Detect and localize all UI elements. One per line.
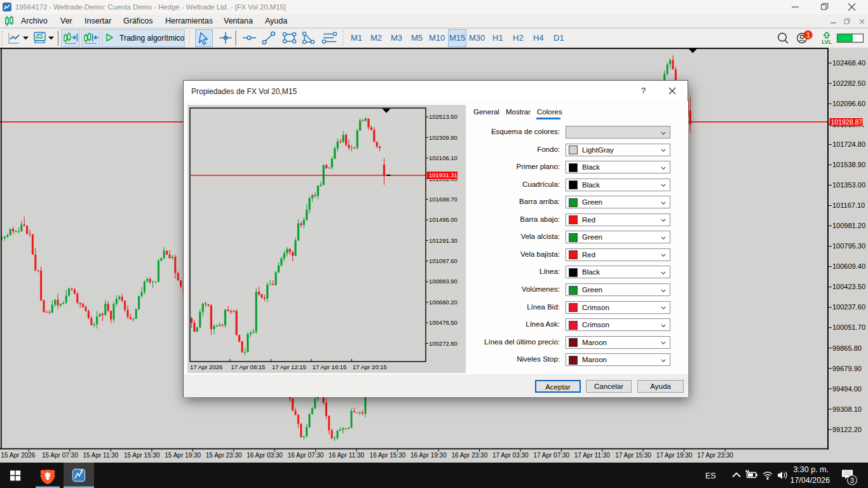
svg-text:LVL: LVL [822, 39, 832, 45]
svg-text:102513.50: 102513.50 [429, 113, 458, 120]
svg-text:102468.40: 102468.40 [832, 59, 865, 67]
svg-text:100423.50: 100423.50 [832, 283, 865, 290]
svg-text:17 Apr 2026: 17 Apr 2026 [190, 363, 222, 370]
svg-text:101087.60: 101087.60 [429, 257, 458, 264]
svg-text:99122.20: 99122.20 [832, 426, 862, 433]
svg-text:99308.10: 99308.10 [832, 405, 862, 413]
svg-text:16 Apr 19:30: 16 Apr 19:30 [410, 452, 447, 459]
svg-text:17/04/2026: 17/04/2026 [790, 476, 830, 485]
svg-text:ES: ES [705, 471, 716, 480]
svg-text:17 Apr 08:15: 17 Apr 08:15 [231, 363, 266, 370]
svg-text:17 Apr 03:30: 17 Apr 03:30 [492, 452, 529, 459]
svg-text:15 Apr 2026: 15 Apr 2026 [1, 452, 36, 459]
svg-text:100051.70: 100051.70 [832, 323, 865, 331]
svg-text:100981.20: 100981.20 [832, 222, 865, 229]
svg-text:17 Apr 15:30: 17 Apr 15:30 [615, 452, 651, 459]
svg-text:16 Apr 03:30: 16 Apr 03:30 [247, 452, 283, 459]
svg-text:101724.80: 101724.80 [832, 140, 865, 148]
svg-text:17 Apr 20:15: 17 Apr 20:15 [353, 363, 387, 370]
svg-text:101928.87: 101928.87 [831, 118, 863, 126]
svg-text:101167.10: 101167.10 [832, 201, 865, 209]
svg-text:100795.30: 100795.30 [832, 242, 865, 250]
svg-text:17 Apr 23:30: 17 Apr 23:30 [697, 452, 733, 459]
svg-text:3: 3 [850, 477, 854, 484]
svg-text:100609.40: 100609.40 [832, 262, 865, 270]
svg-text:15 Apr 11:30: 15 Apr 11:30 [83, 452, 118, 459]
svg-text:17 Apr 12:15: 17 Apr 12:15 [272, 363, 306, 370]
svg-text:99679.90: 99679.90 [832, 365, 862, 372]
svg-text:16 Apr 15:30: 16 Apr 15:30 [370, 452, 406, 459]
svg-text:99865.80: 99865.80 [832, 344, 862, 352]
svg-text:1: 1 [806, 31, 810, 39]
svg-text:17 Apr 19:30: 17 Apr 19:30 [656, 452, 693, 459]
svg-text:15 Apr 15:30: 15 Apr 15:30 [124, 452, 160, 459]
svg-text:16 Apr 11:30: 16 Apr 11:30 [329, 452, 364, 459]
svg-text:102096.60: 102096.60 [832, 100, 865, 107]
svg-text:102282.50: 102282.50 [832, 79, 865, 87]
svg-text:15 Apr 19:30: 15 Apr 19:30 [165, 452, 201, 459]
svg-text:3:30 p. m.: 3:30 p. m. [793, 465, 829, 474]
svg-text:15 Apr 07:30: 15 Apr 07:30 [42, 452, 78, 459]
svg-text:16 Apr 23:30: 16 Apr 23:30 [452, 452, 488, 459]
svg-text:101538.90: 101538.90 [832, 161, 865, 168]
svg-text:17 Apr 11:30: 17 Apr 11:30 [574, 452, 610, 459]
svg-text:101353.00: 101353.00 [832, 181, 865, 189]
svg-text:17 Apr 07:30: 17 Apr 07:30 [533, 452, 569, 459]
svg-text:100237.60: 100237.60 [832, 303, 865, 311]
svg-text:17 Apr 16:15: 17 Apr 16:15 [313, 363, 347, 370]
svg-text:99494.00: 99494.00 [832, 385, 862, 393]
svg-text:15 Apr 23:30: 15 Apr 23:30 [206, 452, 242, 459]
svg-text:16 Apr 07:30: 16 Apr 07:30 [288, 452, 324, 459]
